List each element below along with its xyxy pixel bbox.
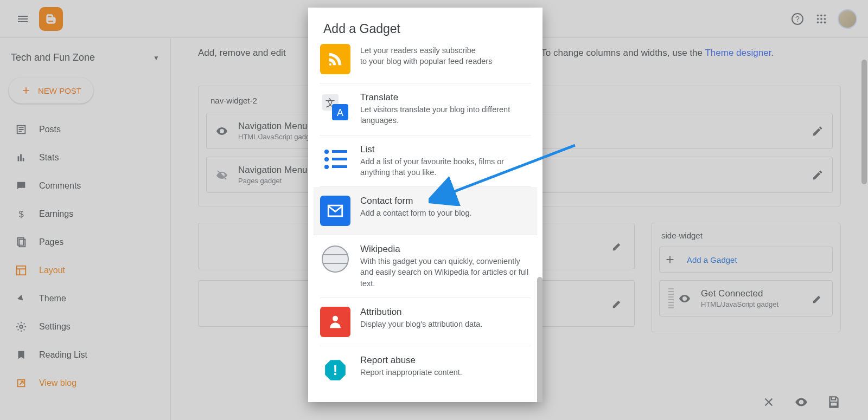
gadget-title: Contact form <box>360 196 472 206</box>
svg-text:!: ! <box>333 363 338 378</box>
gadget-option-report-abuse[interactable]: ! Report abuse Report inappropriate cont… <box>320 346 531 394</box>
feed-icon <box>320 44 350 74</box>
dialog-title: Add a Gadget <box>308 8 542 44</box>
gadget-option-attribution[interactable]: Attribution Display your blog's attribut… <box>320 298 531 346</box>
gadget-desc: With this gadget you can quickly, conven… <box>360 256 531 289</box>
gadget-option-translate[interactable]: 文A Translate Let visitors translate your… <box>320 83 531 135</box>
gadget-title: Wikipedia <box>360 244 531 255</box>
scrollbar[interactable] <box>537 277 542 402</box>
translate-icon: 文A <box>320 92 350 122</box>
svg-point-20 <box>324 150 329 154</box>
gadget-title: List <box>360 144 531 155</box>
person-icon <box>320 307 350 337</box>
gadget-title: Translate <box>360 92 531 103</box>
svg-point-27 <box>333 316 338 321</box>
gadget-option-wikipedia[interactable]: Wikipedia With this gadget you can quick… <box>320 235 531 298</box>
svg-rect-25 <box>332 165 347 168</box>
gadget-desc: Add a list of your favourite books, film… <box>360 156 531 178</box>
list-icon <box>320 144 350 175</box>
gadget-title: Attribution <box>360 307 482 318</box>
gadget-list[interactable]: Let your readers easily subscribeto your… <box>308 44 542 402</box>
gadget-desc: Add a contact form to your blog. <box>360 208 472 218</box>
gadget-desc: Report inappropriate content. <box>360 367 462 378</box>
gadget-option-contact-form[interactable]: Contact form Add a contact form to your … <box>314 187 537 235</box>
add-gadget-dialog: Add a Gadget Let your readers easily sub… <box>308 8 542 402</box>
svg-rect-23 <box>332 158 347 160</box>
gadget-desc: Display your blog's attribution data. <box>360 319 482 329</box>
svg-point-24 <box>324 165 329 169</box>
svg-point-22 <box>324 157 329 161</box>
gadget-desc: Let visitors translate your blog into di… <box>360 104 531 126</box>
svg-rect-21 <box>332 150 347 153</box>
wikipedia-icon <box>320 244 350 274</box>
gadget-title: Report abuse <box>360 355 462 366</box>
mail-icon <box>320 196 350 226</box>
gadget-desc: Let your readers easily subscribeto your… <box>360 45 492 67</box>
gadget-option-list[interactable]: List Add a list of your favourite books,… <box>320 135 531 188</box>
gadget-option-feed[interactable]: Let your readers easily subscribeto your… <box>320 44 531 83</box>
alert-icon: ! <box>320 355 350 385</box>
svg-text:A: A <box>337 107 343 118</box>
